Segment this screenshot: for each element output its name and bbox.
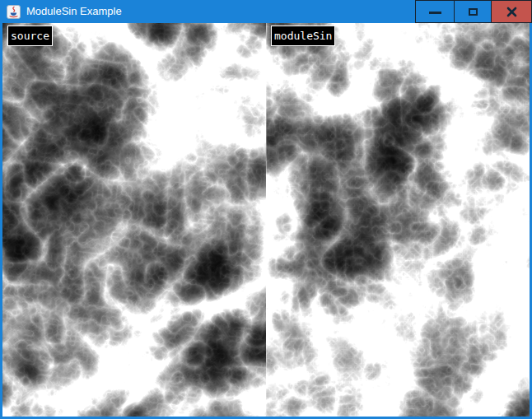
maximize-button[interactable] — [454, 0, 492, 23]
modulesin-label: moduleSin — [271, 26, 335, 46]
app-window: ModuleSin Example source mo — [0, 0, 532, 419]
source-label-text: source — [11, 30, 49, 42]
modulesin-label-text: moduleSin — [274, 30, 332, 42]
close-icon — [506, 7, 517, 17]
source-label: source — [7, 26, 53, 46]
panel-modulesin: moduleSin — [266, 23, 530, 417]
titlebar[interactable]: ModuleSin Example — [0, 0, 532, 23]
close-button[interactable] — [492, 0, 532, 23]
java-coffee-cup-icon — [7, 5, 21, 19]
panel-source: source — [2, 23, 266, 417]
source-noise-canvas — [2, 23, 266, 417]
modulesin-noise-canvas — [266, 23, 530, 417]
maximize-icon — [469, 8, 478, 16]
minimize-icon — [429, 12, 441, 14]
minimize-button[interactable] — [415, 0, 454, 23]
window-controls — [415, 0, 532, 23]
render-area: source moduleSin — [2, 23, 530, 417]
window-title: ModuleSin Example — [26, 0, 122, 23]
